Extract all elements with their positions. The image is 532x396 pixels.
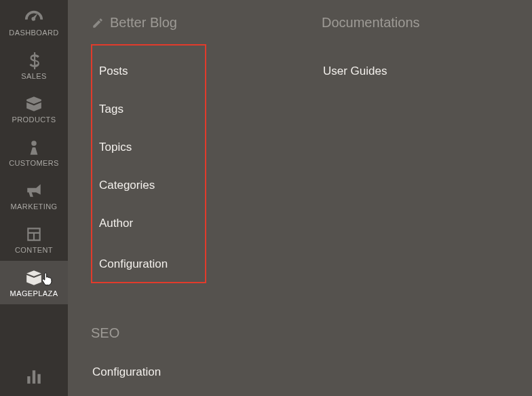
menu-link-categories[interactable]: Categories [96,172,190,210]
section-title-label: Documentations [322,15,420,31]
section-title-docs: Documentations [322,15,520,31]
sidebar-item-sales[interactable]: SALES [0,43,68,87]
dollar-icon [23,52,45,69]
menu-link-user-guides[interactable]: User Guides [322,44,520,89]
sidebar-item-customers[interactable]: CUSTOMERS [0,130,68,174]
sidebar-item-products[interactable]: PRODUCTS [0,87,68,130]
flyout-column-right: Documentations User Guides [322,15,520,396]
box-icon [23,95,45,113]
menu-link-posts[interactable]: Posts [96,58,190,96]
pencil-icon [91,16,104,30]
person-icon [23,139,45,156]
section-title-label: Better Blog [110,15,177,31]
admin-sidebar: DASHBOARD SALES PRODUCTS CUSTOMERS MARKE [0,0,68,396]
flyout-column-left: Better Blog Posts Tags Topics Categories… [91,15,322,396]
section-title-label: SEO [91,325,119,341]
section-title-seo: SEO [91,325,322,341]
megaphone-icon [23,182,45,200]
gauge-icon [23,8,45,26]
sidebar-item-label: CONTENT [15,246,53,254]
sidebar-item-label: MARKETING [11,202,58,211]
section-title-better-blog: Better Blog [91,15,322,31]
sidebar-item-content[interactable]: CONTENT [0,217,68,261]
highlight-box: Posts Tags Topics Categories Author Conf… [91,44,206,283]
sidebar-item-label: SALES [21,72,46,80]
menu-link-topics[interactable]: Topics [96,134,190,172]
sidebar-item-label: CUSTOMERS [9,159,59,167]
flyout-panel: Better Blog Posts Tags Topics Categories… [68,0,532,396]
box-open-icon [23,269,45,287]
menu-link-seo-configuration[interactable]: Configuration [91,355,322,390]
app-root: DASHBOARD SALES PRODUCTS CUSTOMERS MARKE [0,0,532,396]
menu-link-author[interactable]: Author [96,210,190,248]
section-seo: SEO Configuration [91,325,322,390]
sidebar-item-mageplaza[interactable]: MAGEPLAZA [0,261,68,304]
sidebar-item-dashboard[interactable]: DASHBOARD [0,0,68,43]
sidebar-item-marketing[interactable]: MARKETING [0,174,68,217]
sidebar-item-label: DASHBOARD [9,29,58,37]
layout-icon [23,226,45,243]
sidebar-item-reports[interactable]: REPORTS [0,359,68,396]
sidebar-item-label: MAGEPLAZA [10,289,58,298]
menu-link-tags[interactable]: Tags [96,96,190,134]
bar-chart-icon [23,367,45,385]
sidebar-item-label: PRODUCTS [12,115,56,124]
menu-link-configuration[interactable]: Configuration [96,248,190,275]
